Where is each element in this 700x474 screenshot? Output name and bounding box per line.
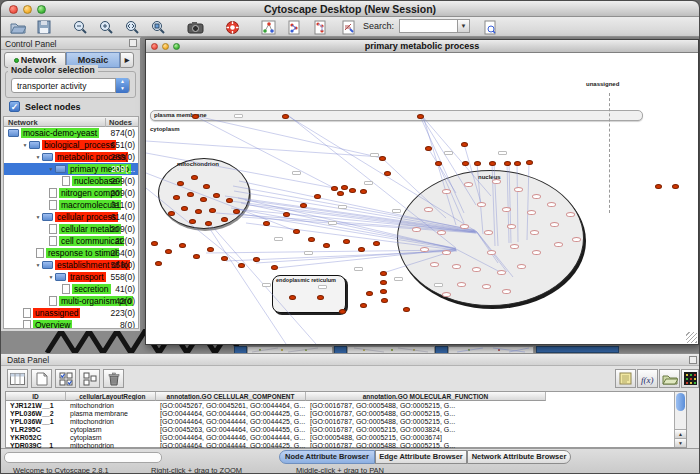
network-node[interactable] [192,114,199,119]
column-header[interactable]: annotation.GO MOLECULAR_FUNCTION [306,392,546,401]
float-panel-icon[interactable] [129,39,137,47]
network-node[interactable] [526,160,533,165]
network-node[interactable] [360,303,367,308]
network-node[interactable] [412,227,421,232]
network-node[interactable] [532,250,541,255]
network-node[interactable] [437,230,446,235]
network-node[interactable] [502,289,511,294]
network-node[interactable] [221,217,228,222]
network-node[interactable] [317,295,324,300]
column-header[interactable]: _cellularLayoutRegion [66,392,156,401]
network-node[interactable] [203,184,210,189]
network-node[interactable] [417,114,424,119]
tab-overflow-arrow[interactable]: ▶ [120,52,134,68]
dropdown-stepper-icon[interactable]: ▲▼ [115,78,129,93]
network-node[interactable] [300,203,307,208]
zoom-in-icon[interactable] [95,18,117,36]
network-node[interactable] [566,212,575,217]
expand-triangle-icon[interactable]: ▼ [21,139,29,151]
background-window-fragment[interactable] [536,346,619,353]
network-node[interactable] [191,175,198,180]
network-node[interactable] [460,224,469,229]
network-node[interactable] [430,262,439,267]
network-node[interactable] [532,194,541,199]
import-network-icon[interactable] [283,18,305,36]
node-color-dropdown[interactable]: transporter activity ▲▼ [11,78,130,93]
network-node[interactable] [331,186,338,191]
tree-row[interactable]: ▼transport558(0) [4,271,138,283]
network-node[interactable] [424,207,433,212]
network-node[interactable] [489,161,496,166]
network-node[interactable] [221,256,228,261]
network-node[interactable] [484,230,493,235]
network-node[interactable] [554,242,563,247]
function-builder-icon[interactable]: f(x) [637,369,658,388]
network-node[interactable] [209,208,216,213]
zoom-fit-icon[interactable] [121,18,143,36]
tree-row[interactable]: cell communicat22(0) [4,235,138,247]
tree-row[interactable]: ▼primary metabo209(... [4,163,138,175]
network-node[interactable] [504,161,511,166]
network-node[interactable] [547,202,556,207]
resize-grip-icon[interactable] [686,332,697,343]
network-node[interactable] [379,156,386,161]
snapshot-icon[interactable] [184,18,206,36]
network-node[interactable] [151,241,158,246]
network-node[interactable] [442,189,451,194]
tree-row[interactable]: Overview8(0) [4,319,138,329]
tab-node-attribute-browser[interactable]: Node Attribute Browser [279,450,375,464]
network-node[interactable] [226,198,233,203]
tree-row[interactable]: ▼metabolic process280(0) [4,151,138,163]
tree-row[interactable]: nitrogen compo209(0) [4,187,138,199]
vizmapper-icon[interactable] [257,18,279,36]
network-node[interactable] [477,202,486,207]
tab-edge-attribute-browser[interactable]: Edge Attribute Browser [375,450,467,464]
network-node[interactable] [282,114,289,119]
select-all-attributes-icon[interactable] [55,369,76,388]
tree-row[interactable]: secretion41(0) [4,283,138,295]
help-icon[interactable] [221,18,243,36]
network-node[interactable] [461,142,468,147]
network-node[interactable] [213,193,220,198]
network-node[interactable] [380,289,387,294]
network-node[interactable] [293,229,300,234]
expand-triangle-icon[interactable]: ▼ [47,271,55,283]
network-node[interactable] [343,239,350,244]
network-node[interactable] [464,182,473,187]
expand-triangle-icon[interactable]: ▼ [34,259,42,271]
search-dropdown-icon[interactable]: ▼ [457,19,470,33]
network-node[interactable] [442,292,451,297]
network-node[interactable] [173,195,180,200]
tree-row[interactable]: response to stimul264(0) [4,247,138,259]
network-node[interactable] [381,298,388,303]
network-node[interactable] [366,291,373,296]
zoom-out-icon[interactable] [69,18,91,36]
network-node[interactable] [403,307,410,312]
table-row[interactable]: YJR121W__1mitochondrion[GO:0045267, GO:0… [6,402,675,410]
network-node[interactable] [187,192,194,197]
network-node[interactable] [165,249,172,254]
network-node[interactable] [384,171,391,176]
table-row[interactable]: YPL036W__2plasma membrane[GO:0044464, GO… [6,410,675,418]
network-node[interactable] [339,309,346,314]
network-node[interactable] [492,179,501,184]
expand-triangle-icon[interactable]: ▼ [47,163,55,175]
unselect-all-attributes-icon[interactable] [79,369,100,388]
network-node[interactable] [360,189,367,194]
attribute-columns-icon[interactable] [7,369,28,388]
network-node[interactable] [474,161,481,166]
scrollbar-thumb[interactable] [676,393,685,411]
open-icon[interactable] [7,18,29,36]
network-node[interactable] [482,284,491,289]
tree-row[interactable]: nucleobase-209(0) [4,175,138,187]
column-header[interactable]: annotation.GO CELLULAR_COMPONENT [156,392,306,401]
network-node[interactable] [238,263,245,268]
network-node[interactable] [510,244,519,249]
network-canvas[interactable]: plasma membrane cytoplasm mitochondrion … [146,53,698,344]
network-node[interactable] [550,222,559,227]
network-node[interactable] [672,184,679,189]
network-node[interactable] [452,264,461,269]
network-node[interactable] [168,211,175,216]
tab-network-attribute-browser[interactable]: Network Attribute Browser [467,450,571,464]
network-node[interactable] [502,207,511,212]
